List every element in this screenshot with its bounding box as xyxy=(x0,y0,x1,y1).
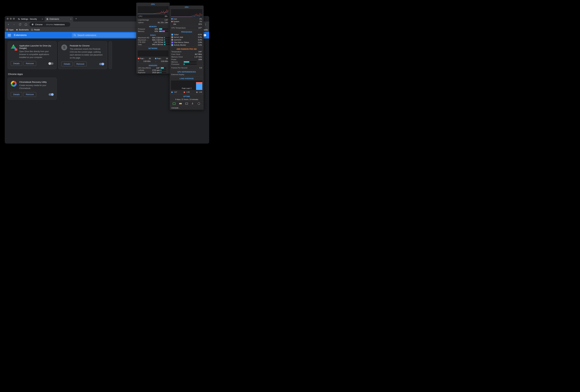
home-button[interactable] xyxy=(24,22,28,27)
sensor-tab-icon[interactable] xyxy=(191,102,194,105)
process-icon xyxy=(171,34,173,35)
enable-toggle[interactable] xyxy=(49,62,53,65)
app-name: Chromebook Recovery Utility xyxy=(19,81,53,83)
menu-button[interactable] xyxy=(203,22,208,27)
tab-settings-security[interactable]: Settings - Security × xyxy=(16,17,45,21)
app-card: Chromebook Recovery Utility Create recov… xyxy=(8,78,57,99)
remove-button[interactable]: Remove xyxy=(23,92,36,97)
minimize-window-button[interactable] xyxy=(10,18,12,20)
maximize-window-button[interactable] xyxy=(13,18,15,20)
process-row[interactable]: iStat Menus Status2.8% xyxy=(170,41,204,44)
cpu-graph[interactable] xyxy=(138,6,168,14)
load-graph[interactable]: Peak Load: 2 xyxy=(171,81,202,90)
gpu-tab-icon[interactable] xyxy=(198,102,201,105)
svg-point-2 xyxy=(205,24,206,25)
apps-shortcut[interactable]: Apps xyxy=(6,29,13,31)
drive-icon xyxy=(11,44,17,50)
cpu-tab-icon[interactable] xyxy=(173,102,175,105)
svg-rect-23 xyxy=(185,103,188,104)
process-row[interactable]: kernel_task3.4% xyxy=(170,36,204,38)
cpu-pct: 6% xyxy=(165,15,167,17)
svg-rect-6 xyxy=(8,29,8,29)
svg-rect-12 xyxy=(8,30,8,31)
svg-rect-4 xyxy=(6,29,7,29)
window-controls xyxy=(6,18,16,20)
process-row[interactable]: Safari4.5% xyxy=(170,33,204,36)
extension-card: Application Launcher for Drive (by Googl… xyxy=(8,41,57,69)
details-button[interactable]: D xyxy=(112,54,112,59)
svg-rect-21 xyxy=(173,103,175,104)
extension-description: Open Drive files directly from your brow… xyxy=(19,50,53,59)
svg-point-0 xyxy=(32,24,34,25)
tab-extensions[interactable]: Extensions × xyxy=(45,17,73,21)
disk-tab-icon[interactable] xyxy=(185,102,188,105)
svg-rect-22 xyxy=(179,103,182,104)
panel-footer xyxy=(170,101,204,106)
new-tab-button[interactable]: + xyxy=(74,17,78,21)
page-title: Extensions xyxy=(14,34,26,37)
bookmark-reddit[interactable]: Reddit xyxy=(31,29,40,31)
tab-label: Settings - Security xyxy=(21,18,37,20)
back-button[interactable] xyxy=(6,22,10,27)
extension-name: Pesticide for Chrome xyxy=(70,44,104,47)
bookmark-bookmarks[interactable]: Bookmarks xyxy=(16,29,29,31)
svg-line-18 xyxy=(75,35,76,36)
istat-panel-compact: CPU CPU 6% Load Average1.67 Uptime3d, 21… xyxy=(136,2,170,74)
recovery-icon xyxy=(11,81,17,87)
svg-rect-9 xyxy=(8,29,8,30)
details-button[interactable]: Details xyxy=(61,62,73,66)
forward-button[interactable] xyxy=(12,22,16,27)
cpu-header: CPU xyxy=(136,2,170,5)
extension-card-partial: D xyxy=(109,41,112,69)
search-icon xyxy=(74,34,76,36)
reload-button[interactable] xyxy=(18,22,22,27)
address-bar[interactable]: Chrome | chrome://extensions xyxy=(29,22,70,27)
remove-button[interactable]: Remove xyxy=(23,61,36,66)
network-graph[interactable] xyxy=(138,50,168,57)
memory-tab-icon[interactable] xyxy=(179,102,182,105)
svg-point-25 xyxy=(198,103,199,104)
star-icon xyxy=(16,29,18,31)
menu-icon[interactable] xyxy=(8,34,11,36)
search-box[interactable] xyxy=(72,33,142,37)
remove-button[interactable]: Remove xyxy=(74,62,87,66)
svg-rect-20 xyxy=(196,82,202,83)
search-input[interactable] xyxy=(77,34,140,36)
site-info-icon[interactable] xyxy=(31,23,34,26)
svg-rect-7 xyxy=(6,29,7,30)
process-icon xyxy=(171,44,173,46)
svg-rect-11 xyxy=(7,30,7,31)
svg-rect-5 xyxy=(7,29,7,29)
process-icon xyxy=(171,42,173,43)
svg-point-13 xyxy=(31,29,33,31)
svg-point-1 xyxy=(205,23,206,24)
process-row[interactable]: Activity Monitor2.6% xyxy=(170,44,204,46)
enable-toggle[interactable] xyxy=(99,63,104,65)
pesticide-icon: S xyxy=(61,44,67,50)
extension-card: S Pesticide for Chrome This extension in… xyxy=(58,41,107,69)
uninstall-link[interactable]: Uninstall... xyxy=(170,106,204,110)
apps-grid-icon xyxy=(6,29,8,31)
cpu-graph[interactable] xyxy=(171,9,202,17)
svg-rect-10 xyxy=(6,30,7,31)
extension-name: Application Launcher for Drive (by Googl… xyxy=(19,44,53,49)
close-tab-icon[interactable]: × xyxy=(70,18,72,20)
process-icon xyxy=(171,39,173,41)
app-description: Create recovery media for your Chromeboo… xyxy=(19,84,53,90)
details-button[interactable]: Details xyxy=(11,61,22,66)
extension-description: This extension inserts the Pesticide CSS… xyxy=(70,48,104,59)
process-icon xyxy=(171,36,173,38)
istat-panel-detail: CPU User3% System2% Idle95% CPU Temperat… xyxy=(170,5,204,110)
close-window-button[interactable] xyxy=(7,18,9,20)
svg-rect-8 xyxy=(7,29,7,30)
reddit-icon xyxy=(31,29,33,31)
svg-point-17 xyxy=(74,34,75,36)
details-button[interactable]: Details xyxy=(11,92,22,97)
close-tab-icon[interactable]: × xyxy=(42,18,43,20)
svg-point-3 xyxy=(205,25,206,25)
enable-toggle[interactable] xyxy=(49,93,53,96)
tab-label: Extensions xyxy=(50,18,59,20)
puzzle-icon xyxy=(46,18,49,20)
gear-icon xyxy=(18,18,20,20)
process-row[interactable]: sysmond3.2% xyxy=(170,38,204,41)
